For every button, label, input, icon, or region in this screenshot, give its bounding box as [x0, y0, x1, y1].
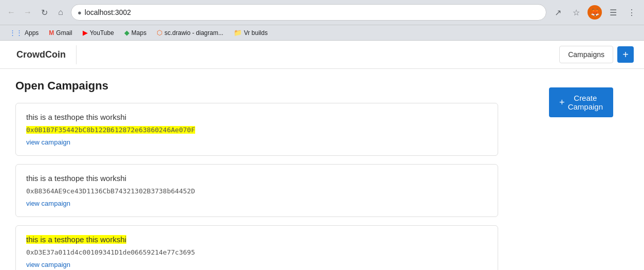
- share-icon[interactable]: ↗: [551, 5, 565, 20]
- campaign-card-1: this is a testhope this workshi 0x0B1B7F…: [15, 103, 498, 156]
- campaign-title-1: this is a testhope this workshi: [26, 113, 487, 121]
- campaigns-button[interactable]: Campaigns: [559, 46, 613, 63]
- bookmark-vrbuilds-label: Vr builds: [244, 29, 268, 37]
- campaign-title-wrapper-3: this is a testhope this workshi: [26, 235, 487, 244]
- section-title: Open Campaigns: [15, 79, 629, 93]
- extensions-icon[interactable]: ☰: [606, 5, 620, 20]
- refresh-button[interactable]: ↻: [38, 6, 50, 19]
- home-button[interactable]: ⌂: [54, 6, 67, 19]
- address-bar[interactable]: ● localhost:3002: [71, 4, 546, 21]
- page-content: CrowdCoin Campaigns + Open Campaigns + C…: [0, 41, 644, 270]
- bookmark-youtube[interactable]: ▶ YouTube: [79, 27, 118, 38]
- campaign-address-wrapper-2: 0xB8364AE9ce43D1136CbB74321302B3738b6445…: [26, 187, 487, 195]
- campaign-address-wrapper-3: 0xD3E37a011d4c00109341D1de06659214e77c36…: [26, 248, 487, 256]
- bookmarks-bar: ⋮⋮ Apps M Gmail ▶ YouTube ◆ Maps ⬡ sc.dr…: [0, 25, 644, 40]
- star-icon[interactable]: ☆: [569, 5, 583, 20]
- bookmark-gmail[interactable]: M Gmail: [45, 28, 76, 38]
- view-campaign-link-3[interactable]: view campaign: [26, 261, 70, 268]
- metamask-icon[interactable]: 🦊: [588, 5, 602, 20]
- back-button[interactable]: ←: [5, 6, 17, 19]
- lock-icon: ●: [78, 9, 82, 16]
- drawio-icon: ⬡: [157, 29, 162, 37]
- bookmark-drawio[interactable]: ⬡ sc.drawio - diagram...: [153, 27, 228, 38]
- gmail-icon: M: [49, 29, 54, 37]
- header-right: Campaigns +: [559, 46, 634, 63]
- create-campaign-label: Create Campaign: [568, 94, 603, 111]
- view-campaign-link-1[interactable]: view campaign: [26, 138, 70, 146]
- maps-icon: ◆: [124, 29, 129, 37]
- bookmark-maps[interactable]: ◆ Maps: [120, 27, 150, 38]
- view-campaign-link-2[interactable]: view campaign: [26, 200, 70, 207]
- campaign-card-2: this is a testhope this workshi 0xB8364A…: [15, 164, 498, 217]
- campaign-card-3: this is a testhope this workshi 0xD3E37a…: [15, 225, 498, 270]
- menu-icon[interactable]: ⋮: [624, 5, 639, 20]
- campaign-address-wrapper-1: 0x0B1B7F35442bC8b122B612872e63860246Ae07…: [26, 125, 487, 134]
- create-campaign-button[interactable]: + Create Campaign: [549, 87, 613, 117]
- campaign-title-3: this is a testhope this workshi: [26, 235, 126, 244]
- toolbar-right: ↗ ☆ 🦊 ☰ ⋮: [551, 5, 639, 20]
- add-button[interactable]: +: [617, 46, 634, 63]
- main-content: Open Campaigns + Create Campaign this is…: [0, 69, 644, 270]
- browser-toolbar: ← → ↻ ⌂ ● localhost:3002 ↗ ☆ 🦊 ☰ ⋮: [0, 0, 644, 25]
- campaign-title-2: this is a testhope this workshi: [26, 174, 487, 183]
- bookmark-youtube-label: YouTube: [90, 29, 114, 37]
- campaign-address-2: 0xB8364AE9ce43D1136CbB74321302B3738b6445…: [26, 187, 195, 195]
- apps-icon: ⋮⋮: [9, 29, 23, 37]
- bookmark-apps[interactable]: ⋮⋮ Apps: [5, 27, 43, 38]
- youtube-icon: ▶: [83, 29, 88, 37]
- create-plus-icon: +: [559, 97, 565, 108]
- bookmark-maps-label: Maps: [131, 29, 146, 37]
- app-header: CrowdCoin Campaigns +: [0, 41, 644, 69]
- campaign-address-1: 0x0B1B7F35442bC8b122B612872e63860246Ae07…: [26, 126, 195, 134]
- browser-chrome: ← → ↻ ⌂ ● localhost:3002 ↗ ☆ 🦊 ☰ ⋮ ⋮⋮ Ap…: [0, 0, 644, 41]
- campaign-address-3: 0xD3E37a011d4c00109341D1de06659214e77c36…: [26, 248, 195, 256]
- app-logo: CrowdCoin: [10, 45, 77, 64]
- url-text: localhost:3002: [85, 8, 540, 16]
- forward-button[interactable]: →: [22, 6, 34, 19]
- bookmark-apps-label: Apps: [25, 29, 39, 37]
- campaigns-section: Open Campaigns + Create Campaign this is…: [15, 79, 629, 270]
- bookmark-gmail-label: Gmail: [56, 29, 72, 37]
- bookmark-drawio-label: sc.drawio - diagram...: [164, 29, 223, 37]
- bookmark-vrbuilds[interactable]: 📁 Vr builds: [230, 27, 272, 38]
- vrbuilds-icon: 📁: [234, 29, 242, 37]
